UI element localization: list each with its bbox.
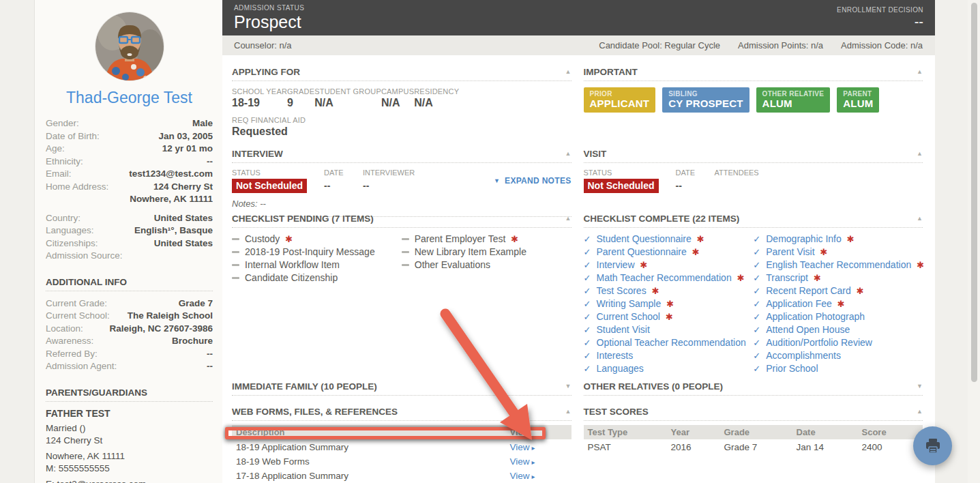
visit-status-badge: Not Scheduled (584, 179, 659, 193)
checklist-item-link[interactable]: Student Visit (597, 323, 650, 336)
checklist-item-link[interactable]: Prior School (766, 362, 818, 375)
checklist-item-label: Parent Employer Test (415, 233, 506, 246)
student-photo (95, 12, 164, 80)
view-link[interactable]: View▸ (510, 442, 571, 452)
field-label: Location: (46, 323, 89, 336)
required-asterisk-icon: ✱ (666, 297, 674, 310)
section-test-scores: TEST SCORES ▲ Test TypeYearGradeDateScor… (584, 407, 923, 454)
interview-status-badge: Not Scheduled (232, 179, 307, 193)
field-label: Country: (46, 212, 86, 225)
checklist-item-link[interactable]: Interview (597, 259, 635, 272)
checklist-item-link[interactable]: Demographic Info (766, 233, 842, 246)
description-column-header: Description (236, 427, 510, 437)
req-financial-aid-value: Requested (232, 126, 571, 138)
additional-info-title: ADDITIONAL INFO (46, 277, 213, 291)
field-label: Awareness: (46, 335, 99, 348)
checklist-item-link[interactable]: Student Questionnaire (597, 233, 692, 246)
field-value: N/A (414, 97, 459, 109)
checklist-item-link[interactable]: Math Teacher Recommendation (597, 272, 732, 284)
print-button[interactable] (913, 426, 952, 465)
admission-status-value: Prospect (234, 12, 304, 32)
checkmark-icon: ✓ (753, 246, 760, 259)
badge-value: ALUM (762, 98, 825, 109)
checklist-item-link[interactable]: Optional Teacher Recommendation (597, 336, 746, 349)
collapse-icon[interactable]: ▲ (917, 409, 923, 415)
collapse-icon[interactable]: ▲ (565, 151, 571, 157)
checklist-item-link[interactable]: Test Scores (597, 284, 647, 297)
web-forms-table: 18-19 Application Summary View▸ 18-19 We… (232, 439, 571, 483)
checklist-item-link[interactable]: English Teacher Recommendation (766, 259, 911, 272)
checklist-item-link[interactable]: Current School (597, 310, 660, 323)
checklist-item-link[interactable]: Parent Visit (766, 246, 814, 259)
profile-field-row: Gender: Male (46, 117, 213, 130)
checklist-pending-item: Other Evaluations ✱ (402, 259, 571, 272)
checkmark-icon: ✓ (584, 233, 591, 246)
admission-code-text: Admission Code: n/a (841, 40, 923, 50)
scrollbar-thumb[interactable] (971, 3, 977, 382)
enrollment-decision-label: ENROLLMENT DECISION (837, 6, 923, 14)
checklist-complete-col2: ✓ Demographic Info ✱ ✓ Parent Visit ✱ (753, 233, 923, 375)
expand-notes-link[interactable]: ▼ EXPAND NOTES (494, 176, 571, 186)
collapse-icon[interactable]: ▲ (565, 69, 571, 75)
checklist-item-link[interactable]: Application Photograph (766, 310, 865, 323)
checklist-complete-item: ✓ Student Visit ✱ (584, 323, 754, 336)
checklist-complete-item: ✓ Languages ✱ (584, 362, 754, 375)
caret-right-icon: ▸ (532, 473, 535, 480)
expand-notes-label: EXPAND NOTES (505, 176, 571, 186)
checklist-item-link[interactable]: Recent Report Card (766, 284, 851, 297)
checklist-item-link[interactable]: Writing Sample (597, 297, 662, 310)
collapse-icon[interactable]: ▲ (565, 409, 571, 415)
section-title: CHECKLIST PENDING (7 ITEMS) (232, 214, 374, 224)
checklist-complete-item: ✓ Attend Open House ✱ (753, 323, 923, 336)
field-label: Email: (46, 168, 77, 181)
field-value: United States (154, 237, 213, 250)
checkmark-icon: ✓ (584, 336, 591, 349)
field-label: CAMPUS (381, 87, 414, 96)
field-value: Grade 7 (179, 297, 213, 310)
test-scores-column-header: Year (671, 427, 724, 437)
checkmark-icon: ✓ (753, 310, 760, 323)
field-label: Current School: (46, 310, 115, 323)
required-asterisk-icon: ✱ (837, 297, 845, 310)
field-value: United States (154, 212, 213, 225)
checklist-complete-item: ✓ Writing Sample ✱ (584, 297, 754, 310)
profile-field-row: Admission Agent: -- (46, 360, 213, 373)
checklist-complete-item: ✓ Recent Report Card ✱ (753, 284, 923, 297)
checklist-complete-item: ✓ Accomplishments ✱ (753, 349, 923, 362)
checklist-item-link[interactable]: Interests (597, 349, 634, 362)
checklist-item-link[interactable]: Parent Questionnaire (597, 246, 687, 259)
checklist-item-link[interactable]: Transcript (766, 272, 808, 284)
checklist-item-link[interactable]: Accomplishments (766, 349, 841, 362)
view-link[interactable]: View▸ (510, 456, 571, 467)
checklist-item-link[interactable]: Application Fee (766, 297, 832, 310)
checklist-item-link[interactable]: Audition/Portfolio Review (766, 336, 872, 349)
checkmark-icon: ✓ (584, 284, 591, 297)
required-asterisk-icon: ✱ (666, 310, 673, 323)
expand-icon[interactable]: ▼ (917, 383, 923, 390)
section-other-relatives: OTHER RELATIVES (0 PEOPLE) ▼ (584, 381, 923, 407)
field-label: Languages: (46, 224, 100, 237)
printer-icon (925, 439, 941, 454)
profile-field-row: Citizenships: United States (46, 237, 213, 250)
checkmark-icon: ✓ (584, 349, 591, 362)
collapse-icon[interactable]: ▲ (917, 69, 923, 75)
collapse-icon[interactable]: ▲ (565, 216, 571, 222)
expand-icon[interactable]: ▼ (565, 383, 571, 390)
admission-status-header: ADMISSION STATUS Prospect ENROLLMENT DEC… (222, 0, 935, 35)
test-scores-table-header: Test TypeYearGradeDateScore (584, 425, 923, 439)
required-asterisk-icon: ✱ (652, 284, 659, 297)
dash-icon (402, 251, 409, 253)
attendees-label: ATTENDEES (715, 169, 759, 177)
applying-for-field: GRADE 9 (287, 87, 314, 109)
test-score-row: PSAT 2016 Grade 7 Jan 14 2400 (584, 439, 923, 454)
test-type: PSAT (588, 442, 671, 452)
field-label: Age: (46, 143, 70, 156)
checklist-item-link[interactable]: Languages (597, 362, 644, 375)
collapse-icon[interactable]: ▲ (917, 151, 923, 157)
checklist-item-link[interactable]: Attend Open House (766, 323, 850, 336)
view-link[interactable]: View▸ (510, 471, 571, 481)
collapse-icon[interactable]: ▲ (917, 216, 923, 222)
checkmark-icon: ✓ (584, 272, 591, 284)
section-title: IMPORTANT (584, 67, 638, 77)
interviewer-label: INTERVIEWER (363, 169, 415, 177)
